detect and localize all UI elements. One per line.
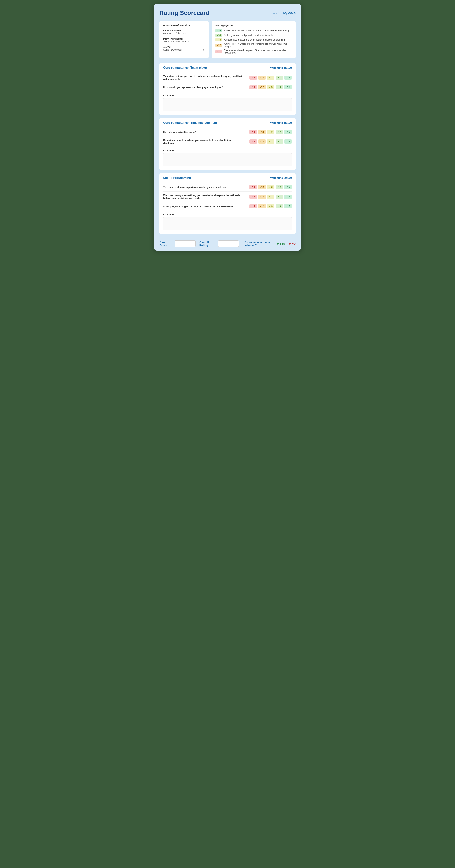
rating-button-1[interactable]: ✓ 1: [250, 204, 257, 208]
recommendation-yes[interactable]: YES: [277, 242, 285, 245]
rating-button-2[interactable]: ✓ 2: [258, 75, 266, 80]
rating-button-3[interactable]: ✓ 3: [267, 140, 274, 144]
rating-scorecard: Rating Scorecard June 12, 2023 Interview…: [154, 4, 301, 251]
rating-button-2[interactable]: ✓ 2: [258, 140, 266, 144]
rating-badge-3: ✓ 3: [216, 38, 222, 41]
recommendation-label: Recommendation to advance?: [245, 241, 273, 247]
competency-team-player: Core competency: Team player Weighting 1…: [159, 63, 296, 115]
comments-input-time-management[interactable]: [163, 153, 292, 166]
rating-button-1[interactable]: ✓ 1: [250, 75, 257, 80]
comments-area-team-player: Comments:: [163, 94, 292, 112]
footer-bar: Raw Score: Overall Rating: Recommendatio…: [159, 237, 296, 247]
question-text: What programming error do you consider t…: [163, 205, 242, 208]
rating-button-1[interactable]: ✓ 1: [250, 140, 257, 144]
yes-label: YES: [280, 242, 285, 245]
interview-info-title: Interview Information: [163, 24, 205, 27]
overall-rating-label: Overall Rating:: [199, 240, 214, 247]
job-label: Job Title:: [163, 46, 205, 48]
recommendation-no[interactable]: NO: [289, 242, 296, 245]
rating-button-2[interactable]: ✓ 2: [258, 130, 266, 134]
rating-button-2[interactable]: ✓ 2: [258, 85, 266, 89]
rating-button-4[interactable]: ✓ 4: [275, 185, 283, 189]
rating-button-4[interactable]: ✓ 4: [275, 75, 283, 80]
question-text: How would you approach a disengaged empl…: [163, 86, 242, 89]
rating-button-5[interactable]: ✓ 5: [284, 85, 292, 89]
competency-team-player-title: Core competency: Team player: [163, 66, 208, 69]
header-date: June 12, 2023: [273, 11, 296, 15]
info-section: Interview Information Candidate's Name: …: [159, 21, 296, 59]
rating-badge-5: ✓ 5: [216, 29, 222, 32]
rating-button-1[interactable]: ✓ 1: [250, 194, 257, 199]
rating-button-5[interactable]: ✓ 5: [284, 130, 292, 134]
rating-desc-5: An excellent answer that demonstrated ad…: [224, 29, 290, 32]
raw-score-label: Raw Score:: [159, 240, 171, 247]
rating-desc-4: A strong answer that provided additional…: [224, 34, 273, 36]
rating-button-5[interactable]: ✓ 5: [284, 140, 292, 144]
rating-button-3[interactable]: ✓ 3: [267, 130, 274, 134]
rating-button-2[interactable]: ✓ 2: [258, 194, 266, 199]
rating-button-2[interactable]: ✓ 2: [258, 204, 266, 208]
rating-system-panel: Rating system: ✓ 5 An excellent answer t…: [212, 21, 296, 59]
rating-button-4[interactable]: ✓ 4: [275, 140, 283, 144]
rating-button-3[interactable]: ✓ 3: [267, 204, 274, 208]
rating-desc-1: The answer missed the point of the quest…: [224, 49, 292, 54]
rating-button-3[interactable]: ✓ 3: [267, 75, 274, 80]
question-text: Describe a situation where you were able…: [163, 139, 242, 145]
rating-button-5[interactable]: ✓ 5: [284, 75, 292, 80]
rating-buttons: ✓ 1 ✓ 2 ✓ 3 ✓ 4 ✓ 5: [250, 75, 292, 80]
competency-programming-title: Skill: Programming: [163, 176, 191, 180]
competency-time-management: Core competency: Time management Weighti…: [159, 118, 296, 170]
rating-button-2[interactable]: ✓ 2: [258, 185, 266, 189]
competency-team-player-weight: Weighting 15/100: [270, 66, 292, 69]
rating-button-1[interactable]: ✓ 1: [250, 130, 257, 134]
rating-button-5[interactable]: ✓ 5: [284, 185, 292, 189]
rating-button-1[interactable]: ✓ 1: [250, 85, 257, 89]
rating-row-3: ✓ 3 An adequate answer that demonstrated…: [216, 38, 292, 41]
rating-desc-3: An adequate answer that demonstrated bas…: [224, 38, 285, 41]
rating-button-5[interactable]: ✓ 5: [284, 194, 292, 199]
competency-programming-header: Skill: Programming Weighting 70/100: [163, 176, 292, 180]
rating-button-4[interactable]: ✓ 4: [275, 194, 283, 199]
competency-team-player-header: Core competency: Team player Weighting 1…: [163, 66, 292, 69]
rating-row-5: ✓ 5 An excellent answer that demonstrate…: [216, 29, 292, 32]
rating-button-4[interactable]: ✓ 4: [275, 130, 283, 134]
rating-button-4[interactable]: ✓ 4: [275, 85, 283, 89]
competency-time-management-title: Core competency: Time management: [163, 121, 217, 125]
raw-score-input[interactable]: [175, 240, 196, 247]
rating-button-5[interactable]: ✓ 5: [284, 204, 292, 208]
rating-badge-2: ✓ 2: [216, 43, 222, 47]
rating-badge-1: ✓ 1: [216, 50, 222, 53]
table-row: Talk about a time you had to collaborate…: [163, 72, 292, 83]
rating-button-4[interactable]: ✓ 4: [275, 204, 283, 208]
rating-button-3[interactable]: ✓ 3: [267, 194, 274, 199]
rating-buttons: ✓ 1 ✓ 2 ✓ 3 ✓ 4 ✓ 5: [250, 140, 292, 144]
table-row: How would you approach a disengaged empl…: [163, 83, 292, 92]
question-text: Tell me about your experience working as…: [163, 186, 242, 188]
question-text: Walk me through something you created an…: [163, 194, 242, 199]
table-row: How do you prioritize tasks? ✓ 1 ✓ 2 ✓ 3…: [163, 128, 292, 136]
header: Rating Scorecard June 12, 2023: [159, 9, 296, 17]
job-field: Job Title: Senior Developer ▼: [163, 46, 205, 53]
rating-button-1[interactable]: ✓ 1: [250, 185, 257, 189]
rating-buttons: ✓ 1 ✓ 2 ✓ 3 ✓ 4 ✓ 5: [250, 130, 292, 134]
yes-dot: [277, 243, 279, 245]
candidate-field: Candidate's Name: Alexander Robertson: [163, 29, 205, 36]
overall-rating-input[interactable]: [218, 240, 239, 247]
comments-input-team-player[interactable]: [163, 98, 292, 111]
comments-area-programming: Comments:: [163, 213, 292, 231]
job-title[interactable]: Senior Developer ▼: [163, 48, 205, 53]
rating-row-1: ✓ 1 The answer missed the point of the q…: [216, 49, 292, 54]
competency-time-management-weight: Weighting 15/100: [270, 121, 292, 124]
rating-button-3[interactable]: ✓ 3: [267, 185, 274, 189]
comments-label: Comments:: [163, 213, 292, 216]
comments-input-programming[interactable]: [163, 217, 292, 230]
table-row: What programming error do you consider t…: [163, 202, 292, 211]
no-dot: [289, 243, 291, 245]
rating-buttons: ✓ 1 ✓ 2 ✓ 3 ✓ 4 ✓ 5: [250, 204, 292, 208]
table-row: Describe a situation where you were able…: [163, 136, 292, 147]
candidate-label: Candidate's Name:: [163, 29, 205, 32]
interviewer-field: Interviewer's Name: Samantha Blair Roger…: [163, 38, 205, 44]
rating-button-3[interactable]: ✓ 3: [267, 85, 274, 89]
interview-info-panel: Interview Information Candidate's Name: …: [159, 21, 208, 59]
page-title: Rating Scorecard: [159, 9, 209, 17]
